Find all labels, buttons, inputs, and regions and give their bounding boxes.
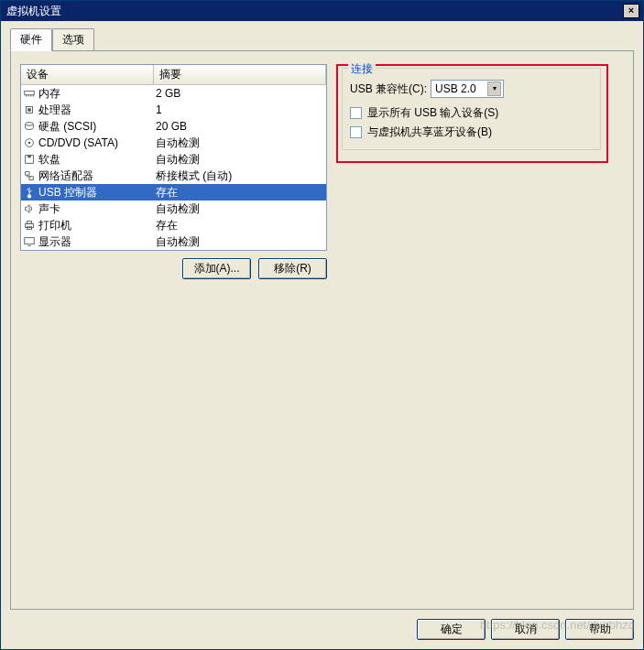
close-button[interactable]: × [623,4,639,18]
device-row-cpu[interactable]: 处理器1 [21,102,326,118]
svg-rect-19 [25,238,35,244]
tab-strip: 硬件 选项 [10,28,634,50]
right-pane: 连接 USB 兼容性(C): USB 2.0 ▾ 显示所有 USB [336,64,624,600]
floppy-icon [23,153,36,166]
device-row-disk[interactable]: 硬盘 (SCSI)20 GB [21,118,326,135]
usb-compat-row: USB 兼容性(C): USB 2.0 ▾ [350,80,593,98]
window-title: 虚拟机设置 [5,4,61,19]
device-label: USB 控制器 [38,185,97,200]
device-summary: 自动检测 [154,234,324,250]
device-summary: 存在 [154,218,324,233]
device-summary: 桥接模式 (自动) [154,168,324,184]
device-row-display[interactable]: 显示器自动检测 [21,233,326,250]
device-label: 内存 [38,86,60,102]
connection-group: 连接 USB 兼容性(C): USB 2.0 ▾ 显示所有 USB [342,68,601,150]
left-column: 设备 摘要 内存2 GB处理器1硬盘 (SCSI)20 GBCD/DVD (SA… [20,64,327,600]
device-label: 处理器 [38,103,71,118]
network-icon [23,169,36,182]
show-all-usb-label: 显示所有 USB 输入设备(S) [367,105,498,121]
device-label: 声卡 [38,201,60,217]
share-bluetooth-checkbox[interactable] [350,126,362,138]
device-summary: 20 GB [154,120,324,133]
cd-icon [23,136,36,149]
dialog-buttons: 确定 取消 帮助 [10,619,634,640]
sound-icon [23,202,36,215]
header-summary[interactable]: 摘要 [154,65,326,84]
header-device[interactable]: 设备 [21,65,154,84]
svg-rect-13 [29,177,33,180]
show-all-usb-checkbox[interactable] [350,107,362,119]
device-label: CD/DVD (SATA) [38,136,118,149]
device-label: 网络适配器 [38,168,93,184]
display-icon [23,235,36,248]
svg-rect-0 [25,91,35,94]
cpu-icon [23,103,36,116]
svg-rect-12 [26,172,29,176]
show-all-usb-row[interactable]: 显示所有 USB 输入设备(S) [350,105,593,121]
vm-settings-window: 虚拟机设置 × 硬件 选项 设备 摘要 内存2 GB处理器1硬盘 (SCSI)2… [0,0,644,650]
svg-rect-11 [27,156,31,158]
svg-point-7 [26,123,34,126]
content-row: 设备 摘要 内存2 GB处理器1硬盘 (SCSI)20 GBCD/DVD (SA… [20,64,624,600]
list-header: 设备 摘要 [21,65,326,85]
share-bluetooth-row[interactable]: 与虚拟机共享蓝牙设备(B) [350,125,593,140]
cancel-button[interactable]: 取消 [491,619,560,640]
list-body: 内存2 GB处理器1硬盘 (SCSI)20 GBCD/DVD (SATA)自动检… [21,85,326,250]
share-bluetooth-label: 与虚拟机共享蓝牙设备(B) [367,125,492,140]
add-button[interactable]: 添加(A)... [182,258,251,279]
titlebar: 虚拟机设置 × [1,1,643,21]
device-row-sound[interactable]: 声卡自动检测 [21,200,326,217]
device-summary: 自动检测 [154,201,324,217]
device-row-cd[interactable]: CD/DVD (SATA)自动检测 [21,135,326,151]
svg-rect-17 [27,222,31,224]
tab-hardware[interactable]: 硬件 [10,28,52,51]
device-row-memory[interactable]: 内存2 GB [21,85,326,102]
usb-compat-value: USB 2.0 [435,82,476,95]
highlight-annotation: 连接 USB 兼容性(C): USB 2.0 ▾ 显示所有 USB [336,64,608,163]
chevron-down-icon: ▾ [487,81,501,96]
device-row-floppy[interactable]: 软盘自动检测 [21,151,326,168]
dialog-body: 硬件 选项 设备 摘要 内存2 GB处理器1硬盘 (SCSI)20 GBCD/D… [1,21,643,649]
list-buttons: 添加(A)... 移除(R) [20,258,327,279]
device-row-printer[interactable]: 打印机存在 [21,217,326,233]
tab-panel: 设备 摘要 内存2 GB处理器1硬盘 (SCSI)20 GBCD/DVD (SA… [10,50,634,610]
device-summary: 自动检测 [154,152,324,168]
device-summary: 2 GB [154,87,324,100]
printer-icon [23,219,36,232]
device-label: 硬盘 (SCSI) [38,119,96,135]
device-row-usb[interactable]: USB 控制器存在 [21,184,326,200]
disk-icon [23,120,36,133]
usb-compat-label: USB 兼容性(C): [350,81,427,97]
memory-icon [23,87,36,100]
connection-group-title: 连接 [348,61,376,77]
device-list[interactable]: 设备 摘要 内存2 GB处理器1硬盘 (SCSI)20 GBCD/DVD (SA… [20,64,327,251]
ok-button[interactable]: 确定 [417,619,486,640]
device-summary: 存在 [154,185,324,200]
device-label: 显示器 [38,234,71,250]
tab-options[interactable]: 选项 [52,28,94,50]
device-label: 打印机 [38,218,71,233]
device-row-network[interactable]: 网络适配器桥接模式 (自动) [21,168,326,184]
svg-point-9 [28,142,31,145]
help-button[interactable]: 帮助 [565,619,634,640]
device-label: 软盘 [38,152,60,168]
device-summary: 1 [154,103,324,116]
usb-compat-select[interactable]: USB 2.0 ▾ [431,80,504,98]
usb-icon [23,186,36,199]
remove-button[interactable]: 移除(R) [258,258,327,279]
svg-rect-6 [27,108,31,112]
device-summary: 自动检测 [154,135,324,151]
